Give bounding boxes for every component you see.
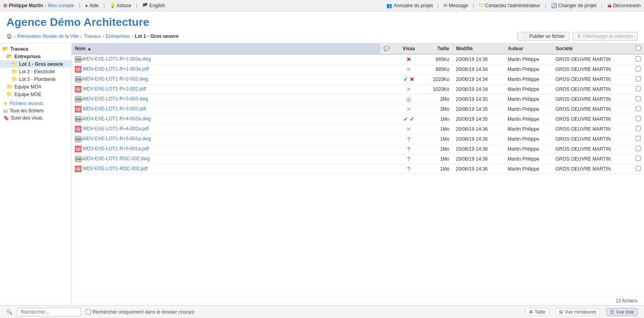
grid-icon: ⊞ xyxy=(559,309,563,315)
message-item[interactable]: ✉ Message xyxy=(443,3,468,8)
breadcrumb-link-renovation[interactable]: Rénovation Musée de la Ville xyxy=(17,33,79,39)
search-current-folder-label[interactable]: Rechercher uniquement dans le dossier co… xyxy=(86,309,194,315)
col-header-nom[interactable]: Nom ▲ xyxy=(72,43,380,54)
changer-item[interactable]: 🔄 Changer de projet xyxy=(551,3,597,8)
cell-check xyxy=(632,144,644,154)
row-checkbox[interactable] xyxy=(636,116,641,121)
sidebar-item-suivi-visas[interactable]: 🔖 Suivi des visas xyxy=(0,114,71,122)
contact-label[interactable]: Contactez l'administrateur xyxy=(485,3,540,8)
file-link[interactable]: MDV-EXE-LOT1-R+5-001a.dwg xyxy=(83,136,151,141)
deconnexion-label[interactable]: Déconnexion xyxy=(613,3,641,8)
annuaire-label[interactable]: Annuaire du projet xyxy=(394,3,433,8)
cell-nom: PDFMDV-EXE-LOT1-RDC-002.pdf xyxy=(72,164,380,174)
cell-taille: 2Mo xyxy=(425,94,453,104)
row-checkbox[interactable] xyxy=(636,86,641,91)
cell-check xyxy=(632,84,644,94)
col-header-auteur[interactable]: Auteur xyxy=(504,43,552,54)
cell-modif: 20/06/19 14:36 xyxy=(453,144,504,154)
search-input[interactable] xyxy=(17,308,81,316)
row-checkbox[interactable] xyxy=(636,136,641,141)
file-link[interactable]: MDV-EXE-LOT1-R+3-003.pdf xyxy=(83,106,146,112)
user-name[interactable]: Philippe Martin xyxy=(9,3,43,8)
vue-miniatures-button[interactable]: ⊞ Vue miniatures xyxy=(555,308,600,316)
breadcrumb-link-travaux[interactable]: Travaux xyxy=(84,33,101,39)
cell-auteur: Martin Philippe xyxy=(504,84,552,94)
col-header-societe[interactable]: Société xyxy=(552,43,632,54)
home-icon[interactable]: 🏠 xyxy=(6,33,12,39)
col-header-taille[interactable]: Taille xyxy=(425,43,453,54)
nav-separator-3: | xyxy=(136,3,137,8)
star-icon: ★ xyxy=(3,100,8,106)
user-menu-item[interactable]: ⊙ Philippe Martin - Mon compte xyxy=(3,3,74,8)
taille-button[interactable]: A Taille xyxy=(526,308,549,316)
row-checkbox[interactable] xyxy=(636,156,641,161)
row-checkbox[interactable] xyxy=(636,166,641,171)
contact-item[interactable]: 🛡 Contactez l'administrateur xyxy=(479,3,540,8)
file-link[interactable]: MDV-EXE-LOT1-RDC-002.pdf xyxy=(83,166,148,171)
sidebar-item-travaux[interactable]: 📂 Travaux xyxy=(0,45,71,53)
file-link[interactable]: MDV-EXE-LOT1-R+2-002.dwg xyxy=(83,76,148,82)
select-all-checkbox[interactable] xyxy=(636,45,641,51)
file-link[interactable]: MDV-EXE-LOT1-RDC-002.dwg xyxy=(83,156,150,161)
file-link[interactable]: MDV-EXE-LOT1-R+1-003a.pdf xyxy=(83,66,149,72)
breadcrumb-sep-3: › xyxy=(132,33,133,39)
annuaire-item[interactable]: 👥 Annuaire du projet xyxy=(386,3,433,8)
cell-modif: 20/06/19 14:36 xyxy=(453,154,504,164)
aide-item[interactable]: ● Aide xyxy=(85,3,98,8)
col-header-check[interactable] xyxy=(632,43,644,54)
message-label[interactable]: Message xyxy=(449,3,468,8)
logout-icon: ⏏ xyxy=(607,3,612,8)
sidebar-item-fichiers-recents[interactable]: ★ Fichiers récents xyxy=(0,100,71,107)
row-checkbox[interactable] xyxy=(636,106,641,111)
col-header-modif[interactable]: Modifié xyxy=(453,43,504,54)
download-selection-button[interactable]: ⬇ Télécharger la sélection xyxy=(573,32,638,41)
row-checkbox[interactable] xyxy=(636,126,641,131)
cell-visas: ✕ xyxy=(393,65,425,75)
file-table-wrapper: Nom ▲ 💬 Visas Taille Modifié Auteur Soci… xyxy=(72,43,644,296)
help-icon: ● xyxy=(85,3,88,8)
pdf-icon: PDF xyxy=(75,106,81,112)
cell-visas: ◎ xyxy=(393,94,425,104)
english-item[interactable]: 🏴 English xyxy=(142,3,165,8)
file-link[interactable]: MDV-EXE-LOT1-R+4-002a.pdf xyxy=(83,126,149,132)
breadcrumb-link-entreprises[interactable]: Entreprises xyxy=(106,33,130,39)
sidebar-item-lot1[interactable]: 📁 Lot 1 - Gros oeuvre xyxy=(0,60,71,68)
file-link[interactable]: MDV-EXE-LOT1-R+5-001a.pdf xyxy=(83,146,149,151)
col-header-comment[interactable]: 💬 xyxy=(380,43,393,54)
file-link[interactable]: MDV-EXE-LOT1-R+1-003a.dwg xyxy=(83,56,151,62)
sidebar-item-lot2[interactable]: 📁 Lot 2 - Electricité xyxy=(0,68,71,75)
publish-file-button[interactable]: 📄 Publier un fichier xyxy=(517,32,569,41)
cell-taille: 985Ko xyxy=(425,65,453,75)
file-link[interactable]: MDV-EXE-LOT1-R+3-003.dwg xyxy=(83,96,148,102)
english-label[interactable]: English xyxy=(149,3,165,8)
cell-check xyxy=(632,134,644,144)
cell-taille: 1Mo xyxy=(425,134,453,144)
cell-auteur: Martin Philippe xyxy=(504,154,552,164)
row-checkbox[interactable] xyxy=(636,56,641,61)
sidebar-item-entreprises[interactable]: 📂 Entreprises xyxy=(0,53,71,60)
cell-comment xyxy=(380,154,393,164)
row-checkbox[interactable] xyxy=(636,146,641,151)
cell-check xyxy=(632,164,644,174)
col-header-visas[interactable]: Visas xyxy=(393,43,425,54)
publish-icon: 📄 xyxy=(522,33,528,39)
changer-label[interactable]: Changer de projet xyxy=(558,3,597,8)
sidebar-item-lot3[interactable]: 📁 Lot 3 - Plomberie xyxy=(0,75,71,83)
row-checkbox[interactable] xyxy=(636,76,641,81)
file-link[interactable]: MDV-EXE-LOT1-R+2-002.pdf xyxy=(83,86,146,92)
sidebar-item-tous-fichiers[interactable]: 🗂 Tous les fichiers xyxy=(0,107,71,114)
search-folder-checkbox[interactable] xyxy=(86,309,91,314)
aide-label[interactable]: Aide xyxy=(89,3,98,8)
astuce-item[interactable]: 💡 Astuce xyxy=(110,3,132,8)
row-checkbox[interactable] xyxy=(636,96,641,101)
deconnexion-item[interactable]: ⏏ Déconnexion xyxy=(607,3,641,8)
table-row: DWGMDV-EXE-LOT1-R+3-003.dwg ◎ 2Mo 20/06/… xyxy=(72,94,644,104)
sidebar-item-equipe-moa[interactable]: 📁 Equipe MOA xyxy=(0,83,71,90)
mon-compte-link[interactable]: Mon compte xyxy=(48,3,74,8)
sidebar-item-equipe-moe[interactable]: 📁 Equipe MOE xyxy=(0,90,71,98)
astuce-label[interactable]: Astuce xyxy=(117,3,132,8)
vue-liste-button[interactable]: ☰ Vue liste xyxy=(606,308,638,316)
row-checkbox[interactable] xyxy=(636,66,641,71)
file-link[interactable]: MDV-EXE-LOT1-R+4-002a.dwg xyxy=(83,116,151,122)
sidebar-label-lot2: Lot 2 - Electricité xyxy=(19,69,55,75)
